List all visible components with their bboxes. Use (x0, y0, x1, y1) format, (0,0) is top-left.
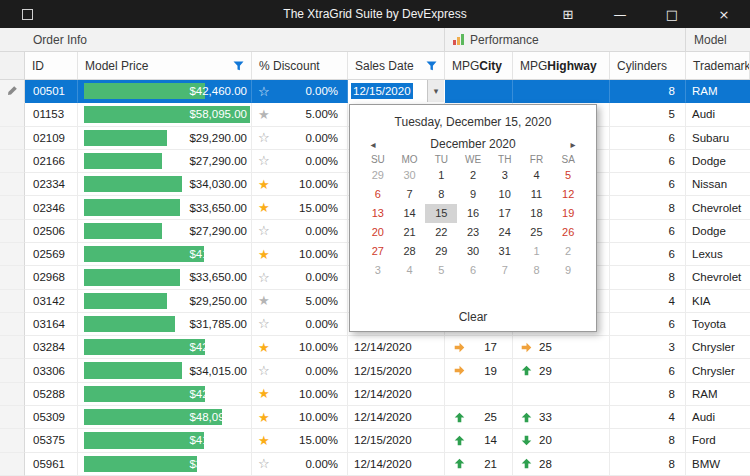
cell-model-price[interactable]: $33,650.00 (78, 266, 252, 289)
cell-mpg-city[interactable]: 14 (445, 429, 513, 452)
cell-id[interactable]: 00501 (25, 80, 78, 103)
calendar-day[interactable]: 31 (489, 242, 521, 261)
cell-cylinders[interactable]: 8 (610, 453, 686, 476)
calendar-day[interactable]: 23 (457, 223, 489, 242)
cell-discount[interactable]: ☆0.00% (252, 127, 348, 150)
cell-id[interactable]: 03142 (25, 290, 78, 313)
cell-cylinders[interactable]: 4 (610, 290, 686, 313)
cell-sales-date[interactable]: 12/15/2020 (348, 429, 445, 452)
calendar-day[interactable]: 9 (552, 261, 584, 280)
table-row[interactable]: 05288$42,460.00★10.00%12/14/20208RAM (0, 383, 750, 406)
cell-trademark[interactable]: RAM (686, 383, 750, 406)
calendar-day[interactable]: 18 (521, 204, 553, 223)
view-layout-button[interactable]: ⊞ (542, 0, 594, 28)
calendar-day[interactable]: 24 (489, 223, 521, 242)
calendar-day[interactable]: 15 (425, 204, 457, 223)
calendar-day[interactable]: 19 (552, 204, 584, 223)
column-header-trademark[interactable]: Trademark (686, 52, 750, 79)
cell-discount[interactable]: ★15.00% (252, 429, 348, 452)
cell-cylinders[interactable]: 8 (610, 429, 686, 452)
cell-discount[interactable]: ★5.00% (252, 290, 348, 313)
cell-model-price[interactable]: $27,290.00 (78, 220, 252, 243)
cell-mpg-highway[interactable]: 29 (513, 359, 610, 382)
cell-model-price[interactable]: $29,290.00 (78, 127, 252, 150)
dropdown-button[interactable]: ▾ (427, 80, 444, 102)
table-row[interactable]: 03306$34,015.00☆0.00%12/15/202019296Chry… (0, 359, 750, 382)
cell-discount[interactable]: ☆0.00% (252, 313, 348, 336)
band-model[interactable]: Model (686, 28, 750, 51)
calendar-day[interactable]: 4 (521, 166, 553, 185)
calendar-day[interactable]: 11 (521, 185, 553, 204)
cell-sales-date[interactable]: 12/15/2020 (348, 359, 445, 382)
cell-mpg-highway[interactable] (513, 80, 610, 103)
calendar-day[interactable]: 16 (457, 204, 489, 223)
cell-discount[interactable]: ☆0.00% (252, 359, 348, 382)
cell-trademark[interactable]: Audi (686, 406, 750, 429)
cell-trademark[interactable]: Nissan (686, 173, 750, 196)
cell-mpg-highway[interactable]: 25 (513, 336, 610, 359)
cell-trademark[interactable]: Ford (686, 429, 750, 452)
cell-trademark[interactable]: Chrysler (686, 336, 750, 359)
cell-model-price[interactable]: $48,095.00 (78, 406, 252, 429)
cell-mpg-highway[interactable] (513, 383, 610, 406)
cell-cylinders[interactable]: 6 (610, 359, 686, 382)
calendar-day[interactable]: 22 (425, 223, 457, 242)
cell-cylinders[interactable]: 8 (610, 80, 686, 103)
calendar-day[interactable]: 28 (394, 242, 426, 261)
cell-sales-date[interactable]: 12/14/2020 (348, 406, 445, 429)
calendar-day[interactable]: 5 (425, 261, 457, 280)
band-performance[interactable]: Performance (445, 28, 686, 51)
cell-cylinders[interactable]: 8 (610, 266, 686, 289)
calendar-day[interactable]: 3 (489, 166, 521, 185)
cell-discount[interactable]: ★10.00% (252, 173, 348, 196)
cell-id[interactable]: 02166 (25, 150, 78, 173)
calendar-day[interactable]: 7 (394, 185, 426, 204)
cell-cylinders[interactable]: 4 (610, 406, 686, 429)
calendar-day[interactable]: 10 (489, 185, 521, 204)
cell-mpg-city[interactable] (445, 80, 513, 103)
cell-mpg-highway[interactable]: 28 (513, 453, 610, 476)
date-editor-text[interactable]: 12/15/2020 (351, 83, 413, 99)
cell-discount[interactable]: ★10.00% (252, 336, 348, 359)
cell-cylinders[interactable]: 6 (610, 150, 686, 173)
cell-mpg-city[interactable] (445, 383, 513, 406)
cell-id[interactable]: 05309 (25, 406, 78, 429)
cell-cylinders[interactable]: 6 (610, 127, 686, 150)
maximize-button[interactable]: □ (646, 0, 698, 28)
cell-trademark[interactable]: KIA (686, 290, 750, 313)
calendar-day[interactable]: 8 (425, 185, 457, 204)
cell-cylinders[interactable]: 5 (610, 103, 686, 126)
filter-icon[interactable] (426, 61, 437, 71)
cell-cylinders[interactable]: 8 (610, 383, 686, 406)
cell-id[interactable]: 02109 (25, 127, 78, 150)
cell-discount[interactable]: ☆0.00% (252, 266, 348, 289)
calendar-day[interactable]: 30 (457, 242, 489, 261)
calendar-day[interactable]: 17 (489, 204, 521, 223)
calendar-day[interactable]: 2 (552, 242, 584, 261)
cell-mpg-city[interactable]: 25 (445, 406, 513, 429)
cell-discount[interactable]: ★10.00% (252, 383, 348, 406)
cell-model-price[interactable]: $42,140.00 (78, 336, 252, 359)
cell-id[interactable]: 02346 (25, 196, 78, 219)
cell-model-price[interactable]: $39,775.00 (78, 453, 252, 476)
cell-discount[interactable]: ★10.00% (252, 406, 348, 429)
calendar-day[interactable]: 3 (362, 261, 394, 280)
cell-discount[interactable]: ★10.00% (252, 243, 348, 266)
cell-cylinders[interactable]: 8 (610, 196, 686, 219)
cell-trademark[interactable]: Dodge (686, 220, 750, 243)
column-header-model-price[interactable]: Model Price (78, 52, 252, 79)
calendar-day[interactable]: 13 (362, 204, 394, 223)
cell-id[interactable]: 03284 (25, 336, 78, 359)
cell-trademark[interactable]: Subaru (686, 127, 750, 150)
cell-id[interactable]: 01153 (25, 103, 78, 126)
cell-trademark[interactable]: RAM (686, 80, 750, 103)
cell-discount[interactable]: ☆0.00% (252, 80, 348, 103)
cell-model-price[interactable]: $33,650.00 (78, 196, 252, 219)
cell-id[interactable]: 02569 (25, 243, 78, 266)
cell-model-price[interactable]: $31,785.00 (78, 313, 252, 336)
cell-trademark[interactable]: Lexus (686, 243, 750, 266)
cell-trademark[interactable]: Dodge (686, 150, 750, 173)
cell-model-price[interactable]: $41,600.00 (78, 429, 252, 452)
cell-trademark[interactable]: Chevrolet (686, 266, 750, 289)
cell-cylinders[interactable]: 6 (610, 173, 686, 196)
